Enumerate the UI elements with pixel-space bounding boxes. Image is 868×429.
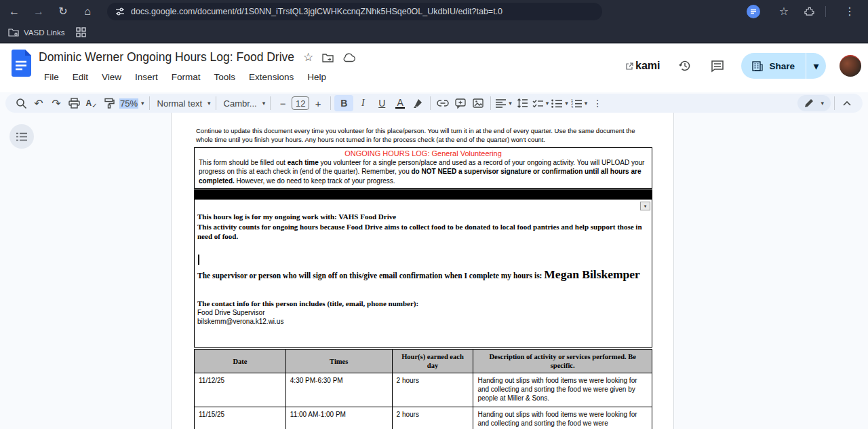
table-row[interactable]: 11/12/25 4:30 PM-6:30 PM 2 hours Handing… <box>195 373 652 407</box>
document-canvas: Continue to update this document every t… <box>0 113 868 429</box>
italic-button[interactable]: I <box>353 95 372 111</box>
paragraph-style-select[interactable]: Normal text ▾ <box>153 95 212 111</box>
editing-mode-button[interactable]: ▾ <box>797 95 831 111</box>
apps-grid-icon[interactable] <box>76 27 86 37</box>
bold-button[interactable]: B <box>334 95 353 111</box>
bookmark-folder-vasd-links[interactable]: VASD Links <box>8 28 65 37</box>
kami-label: kami <box>635 60 660 72</box>
browser-top-bar: ← → ↻ ⌂ docs.google.com/document/d/1S0NN… <box>0 0 868 22</box>
add-comment-icon[interactable] <box>452 95 469 111</box>
hours-log-instructions: This form should be filled out each time… <box>199 158 648 185</box>
extensions-icon[interactable] <box>804 5 816 18</box>
site-settings-icon[interactable] <box>115 7 125 16</box>
highlight-color-icon[interactable] <box>409 95 427 111</box>
show-outline-button[interactable] <box>9 124 34 149</box>
underline-button[interactable]: U <box>372 95 391 111</box>
comments-icon[interactable] <box>705 54 730 77</box>
hide-menus-icon[interactable] <box>838 95 856 111</box>
menu-help[interactable]: Help <box>302 71 332 83</box>
menu-bar: File Edit View Insert Format Tools Exten… <box>39 71 332 83</box>
work-description: This hours log is for my ongoing work wi… <box>197 212 645 242</box>
insert-image-icon[interactable] <box>469 95 487 111</box>
docs-side-panel-icon[interactable] <box>747 5 760 18</box>
text-color-button[interactable]: A <box>391 95 409 111</box>
share-button[interactable]: Share <box>741 53 806 79</box>
cell-hours[interactable]: 2 hours <box>392 373 473 407</box>
cell-times[interactable]: 4:30 PM-6:30 PM <box>285 373 392 407</box>
toolbar-more-icon[interactable]: ⋮ <box>589 95 606 111</box>
google-docs-logo[interactable] <box>12 50 31 77</box>
cloud-status-icon[interactable] <box>342 53 355 62</box>
paint-format-icon[interactable] <box>100 95 118 111</box>
menu-edit[interactable]: Edit <box>67 71 94 83</box>
back-icon[interactable]: ← <box>4 3 24 20</box>
work-line2: This activity counts for ongoing hours b… <box>197 222 645 242</box>
font-select[interactable]: Cambr... ▾ <box>220 95 267 111</box>
share-dropdown-icon[interactable]: ▾ <box>806 53 826 79</box>
contact-info: The contact info for this person include… <box>197 299 645 326</box>
table-header-row: Date Times Hour(s) earned each day Descr… <box>195 350 652 373</box>
menu-insert[interactable]: Insert <box>130 71 163 83</box>
cell-description[interactable]: Handing out slips with food items we wer… <box>473 407 652 429</box>
bulleted-list-icon[interactable]: ▾ <box>550 95 570 111</box>
hours-log-header-box: ONGOING HOURS LOG: General Volunteering … <box>194 147 652 189</box>
col-description: Description of activity or services perf… <box>473 350 652 373</box>
contact-email: bilskemm@verona.k12.wi.us <box>197 317 645 326</box>
address-bar[interactable]: docs.google.com/document/d/1S0NN_iTrstQL… <box>107 3 602 20</box>
cell-hours[interactable]: 2 hours <box>392 407 473 429</box>
forward-icon[interactable]: → <box>28 3 49 20</box>
bookmarks-bar: VASD Links <box>0 22 868 43</box>
bookmark-star-icon[interactable]: ☆ <box>774 3 794 20</box>
document-title[interactable]: Dominic Werner Ongoing Hours Log: Food D… <box>39 50 294 64</box>
checklist-icon[interactable]: ▾ <box>531 95 551 111</box>
supervisor-name: Megan Bilskemper <box>544 267 639 281</box>
col-date: Date <box>195 350 286 373</box>
search-menus-icon[interactable] <box>12 95 30 111</box>
font-size-increase[interactable]: + <box>309 95 327 111</box>
hours-log-title: ONGOING HOURS LOG: General Volunteering <box>199 149 648 157</box>
kami-extension-button[interactable]: kami <box>626 60 660 72</box>
cell-dropdown-icon[interactable]: ▾ <box>640 202 650 210</box>
zoom-value: 75% <box>119 98 138 109</box>
table-row[interactable]: 11/15/25 11:00 AM-1:00 PM 2 hours Handin… <box>195 407 652 429</box>
home-icon[interactable]: ⌂ <box>77 3 98 20</box>
line-spacing-icon[interactable] <box>513 95 531 111</box>
zoom-select[interactable]: 75% ▾ <box>118 95 146 111</box>
spellcheck-icon[interactable]: A✓ <box>83 95 100 111</box>
menu-file[interactable]: File <box>39 71 64 83</box>
cell-date[interactable]: 11/12/25 <box>195 373 286 407</box>
url-text: docs.google.com/document/d/1S0NN_iTrstQL… <box>131 7 502 16</box>
insert-link-icon[interactable] <box>434 95 452 111</box>
cell-times[interactable]: 11:00 AM-1:00 PM <box>285 407 392 429</box>
reload-icon[interactable]: ↻ <box>53 3 73 20</box>
star-icon[interactable]: ☆ <box>303 50 313 64</box>
menu-view[interactable]: View <box>96 71 127 83</box>
text-cursor <box>198 255 199 265</box>
contact-title: Food Drive Supervisor <box>197 308 645 317</box>
document-page[interactable]: Continue to update this document every t… <box>171 113 674 429</box>
menu-extensions[interactable]: Extensions <box>243 71 299 83</box>
user-avatar[interactable] <box>840 55 861 77</box>
redo-icon[interactable]: ↷ <box>47 95 65 111</box>
menu-format[interactable]: Format <box>166 71 206 83</box>
cell-date[interactable]: 11/15/25 <box>195 407 286 429</box>
version-history-icon[interactable] <box>672 54 698 77</box>
align-icon[interactable]: ▾ <box>494 95 513 111</box>
col-hours: Hour(s) earned each day <box>392 350 473 373</box>
bookmark-label: VASD Links <box>24 29 65 37</box>
undo-icon[interactable]: ↶ <box>30 95 47 111</box>
print-icon[interactable] <box>65 95 83 111</box>
font-size-value[interactable]: 12 <box>292 96 309 110</box>
share-label: Share <box>769 61 795 71</box>
cell-description[interactable]: Handing out slips with food items we wer… <box>473 373 652 407</box>
svg-text:3: 3 <box>571 105 573 108</box>
supervisor-line: The supervisor or person who will sign o… <box>197 267 649 282</box>
numbered-list-icon[interactable]: 1 2 3 ▾ <box>570 95 589 111</box>
move-folder-icon[interactable] <box>322 53 334 62</box>
hours-log-table: Date Times Hour(s) earned each day Descr… <box>194 349 652 429</box>
menu-tools[interactable]: Tools <box>209 71 241 83</box>
contact-heading: The contact info for this person include… <box>197 299 645 308</box>
formatting-toolbar: ↶ ↷ A✓ 75% ▾ Normal text ▾ Cambr... ▾ − … <box>5 94 863 113</box>
font-size-decrease[interactable]: − <box>274 95 292 111</box>
browser-menu-icon[interactable]: ⋮ <box>840 3 860 20</box>
